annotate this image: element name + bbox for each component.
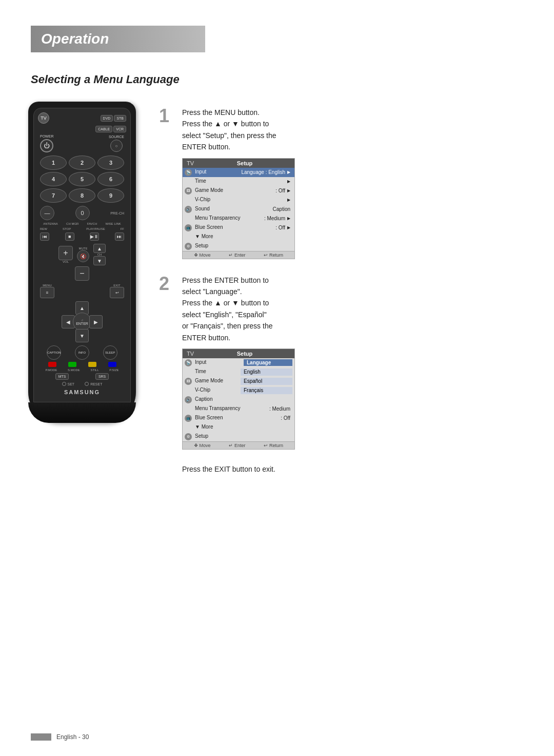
num-4-button[interactable]: 4 [40, 172, 67, 186]
num-6-button[interactable]: 6 [97, 172, 124, 186]
menu1-setup-row: ⚙ Setup [183, 242, 294, 251]
setup-icon: ⚙ [185, 243, 192, 250]
num-5-button[interactable]: 5 [69, 172, 95, 186]
menu-button[interactable]: ≡ [40, 287, 54, 298]
sound-icon-2: 🔊 [185, 396, 192, 403]
channel-icon-2: 📺 [185, 415, 192, 422]
content-area: TV DVD STB CABLE VCR POWER ⏻ [21, 102, 533, 473]
menu2-setup-row: ⚙ Setup [183, 432, 294, 441]
mute-button[interactable]: 🔇 [77, 250, 89, 262]
special-row: — 0 PRE-CH [38, 206, 126, 220]
footer-text: English - 30 [56, 733, 89, 741]
green-button[interactable] [68, 362, 76, 367]
ch-up-button[interactable]: ▲ [93, 244, 106, 253]
num-3-button[interactable]: 3 [97, 156, 124, 170]
menu-container: MENU ≡ [40, 284, 54, 298]
menu1-bluescreen-row: 📺 Blue Screen : Off ▶ [183, 223, 294, 232]
cable-vcr-row: CABLE VCR [38, 126, 126, 132]
exit-instruction: Press the EXIT button to exit. [182, 465, 533, 473]
pmode-label: P.MODE [45, 369, 57, 372]
step-1-text: Press the MENU button. Press the ▲ or ▼ … [182, 107, 533, 153]
set-label: SET [62, 382, 75, 386]
power-label: POWER [40, 134, 53, 138]
yellow-button[interactable] [88, 362, 96, 367]
setup-icon-2: ⚙ [185, 433, 192, 440]
play-button[interactable]: ▶⏸ [90, 232, 99, 241]
dvd-button[interactable]: DVD [101, 115, 113, 122]
num-1-button[interactable]: 1 [40, 156, 67, 170]
num-9-button[interactable]: 9 [97, 188, 124, 203]
mts-srs-row: MTS SRS [38, 373, 126, 380]
tv-menu-1-footer: ❖ Move ↵ Enter ↩ Return [183, 251, 294, 259]
stb-button[interactable]: STB [114, 115, 126, 122]
still-label: STILL [91, 369, 99, 372]
labels-row: ANTENNA CH MGR FAVCH WISE LINK [38, 222, 126, 225]
transport-row: REW STOP PLAY/PAUSE FF [38, 227, 126, 230]
func-buttons-row: P.MODE S.MODE STILL P.SIZE [38, 369, 126, 372]
remote-bottom [28, 402, 136, 423]
tv-menu-2: TV Setup 📡 Input Language [182, 348, 295, 450]
input-icon-2: 📡 [185, 359, 192, 366]
set-radio[interactable] [62, 382, 66, 386]
sleep-button[interactable]: SLEEP [103, 345, 117, 360]
tv-menu-1-header: TV Setup [183, 159, 294, 168]
ff-button[interactable]: ⏭ [115, 232, 124, 241]
remote-control: TV DVD STB CABLE VCR POWER ⏻ [28, 102, 136, 423]
cable-button[interactable]: CABLE [95, 126, 112, 132]
vol-up-button[interactable]: + [58, 246, 73, 260]
blue-button[interactable] [108, 362, 116, 367]
menu1-time-row: Time ▶ [183, 177, 294, 186]
menu2-input-row: 📡 Input Language [183, 358, 294, 367]
num-0-button[interactable]: 0 [75, 206, 90, 220]
stop-button[interactable]: ■ [65, 232, 74, 241]
dpad-enter-button[interactable]: ↺ ENTER [73, 313, 91, 331]
tv-button[interactable]: TV [38, 112, 49, 124]
red-button[interactable] [48, 362, 56, 367]
source-button[interactable]: ○ [110, 140, 123, 152]
footer-bar [31, 733, 51, 741]
reset-label: RESET [85, 382, 102, 386]
menu1-gamemode-row: 🖼 Game Mode : Off ▶ [183, 186, 294, 196]
vcr-button[interactable]: VCR [113, 126, 126, 132]
vol-down-button[interactable]: − [75, 266, 89, 281]
tv-menu-2-footer: ❖ Move ↵ Enter ↩ Return [183, 441, 294, 449]
remote-top: TV DVD STB CABLE VCR POWER ⏻ [33, 108, 131, 402]
dpad-down-button[interactable]: ▼ [75, 329, 89, 342]
menu1-more-row: ▼ More [183, 232, 294, 242]
num-8-button[interactable]: 8 [69, 188, 95, 203]
menu2-sound-row: 🔊 Caption [183, 395, 294, 404]
power-button[interactable]: ⏻ [40, 139, 53, 152]
mute-area: MUTE 🔇 [77, 247, 89, 262]
srs-button[interactable]: SRS [95, 373, 109, 380]
tv-menu-2-body: 📡 Input Language Time English [183, 358, 294, 441]
dpad-right-button[interactable]: ▶ [89, 315, 103, 328]
picture-icon-2: 🖼 [185, 378, 192, 385]
step-1-content: Press the MENU button. Press the ▲ or ▼ … [182, 107, 533, 259]
exit-button[interactable]: ↩ [110, 287, 124, 298]
header-banner: Operation [31, 26, 205, 52]
menu1-vchip-row: V-Chip ▶ [183, 196, 294, 205]
dash-button[interactable]: — [40, 206, 54, 220]
number-grid: 1 2 3 4 5 6 7 8 9 [38, 156, 126, 203]
tv-menu-2-tv-label: TV [187, 351, 194, 357]
num-2-button[interactable]: 2 [69, 156, 95, 170]
info-button[interactable]: INFO [75, 345, 89, 360]
dpad: ▲ ◀ ↺ ENTER ▶ ▼ [62, 301, 103, 342]
step-1-number: 1 [159, 107, 172, 259]
reset-radio[interactable] [85, 382, 89, 386]
ch-down-button[interactable]: ▼ [93, 256, 106, 265]
input-icon: 📡 [185, 169, 192, 176]
smode-label: S.MODE [68, 369, 80, 372]
menu-exit-row: MENU ≡ EXIT ↩ [38, 284, 126, 298]
caption-button[interactable]: CAPTION [47, 345, 61, 360]
prech-label: PRE-CH [110, 211, 124, 215]
menu2-bluescreen-row: 📺 Blue Screen : Off [183, 414, 294, 423]
power-source-row: POWER ⏻ SOURCE ○ [38, 134, 126, 152]
menu1-input-row: 📡 Input Language : English ▶ [183, 168, 294, 177]
mts-button[interactable]: MTS [55, 373, 69, 380]
rew-button[interactable]: ⏮ [40, 232, 49, 241]
section-title: Selecting a Menu Language [31, 73, 554, 86]
tv-menu-2-header: TV Setup [183, 349, 294, 358]
num-7-button[interactable]: 7 [40, 188, 67, 203]
step-1: 1 Press the MENU button. Press the ▲ or … [159, 107, 533, 259]
